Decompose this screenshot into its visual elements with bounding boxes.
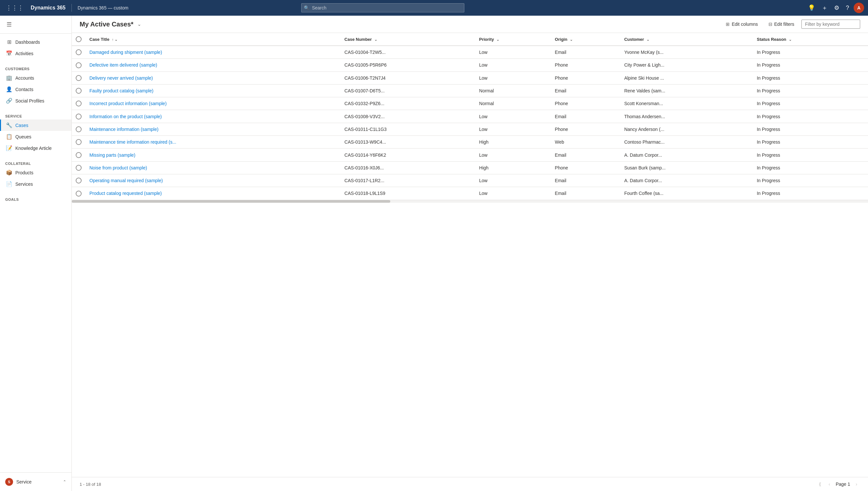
row-checkbox[interactable] <box>76 178 82 183</box>
sidebar-label-dashboards: Dashboards <box>15 39 40 45</box>
content-title-group: My Active Cases* ⌄ <box>80 20 143 28</box>
cell-status-reason: In Progress <box>753 174 868 187</box>
sidebar-item-dashboards[interactable]: ⊞ Dashboards <box>0 36 71 48</box>
cell-status-reason: In Progress <box>753 71 868 84</box>
services-icon: 📄 <box>6 181 12 187</box>
row-checkbox[interactable] <box>76 191 82 197</box>
table-row[interactable]: Defective item delivered (sample) CAS-01… <box>72 59 868 71</box>
row-checkbox[interactable] <box>76 165 82 171</box>
filter-keyword-input[interactable] <box>802 20 860 29</box>
table-row[interactable]: Maintenance information (sample) CAS-010… <box>72 123 868 136</box>
col-case-title-label: Case Title <box>89 37 109 42</box>
cell-customer: Scott Konersman... <box>620 97 753 110</box>
cell-case-number: CAS-01013-W9C4... <box>341 136 475 148</box>
sidebar-item-cases[interactable]: 🔧 Cases <box>0 119 71 131</box>
sidebar-label-services: Services <box>15 181 33 187</box>
col-priority[interactable]: Priority ⌄ <box>475 33 551 46</box>
sidebar-bottom-service[interactable]: S Service ⌃ <box>0 475 71 488</box>
cell-origin: Phone <box>551 161 620 174</box>
sidebar-menu-button[interactable]: ☰ <box>5 20 13 29</box>
sidebar-item-knowledge-article[interactable]: 📝 Knowledge Article <box>0 142 71 154</box>
row-checkbox-cell[interactable] <box>72 136 86 148</box>
table-row[interactable]: Product catalog requested (sample) CAS-0… <box>72 187 868 200</box>
sidebar-item-products[interactable]: 📦 Products <box>0 167 71 178</box>
cell-customer: Nancy Anderson (... <box>620 123 753 136</box>
scroll-thumb[interactable] <box>72 200 390 203</box>
user-avatar[interactable]: A <box>854 3 864 13</box>
row-checkbox-cell[interactable] <box>72 97 86 110</box>
table-row[interactable]: Incorrect product information (sample) C… <box>72 97 868 110</box>
cell-customer: Contoso Pharmac... <box>620 136 753 148</box>
row-checkbox[interactable] <box>76 75 82 81</box>
sidebar-item-contacts[interactable]: 👤 Contacts <box>0 84 71 95</box>
col-status-reason[interactable]: Status Reason ⌄ <box>753 33 868 46</box>
table-header: Case Title ↑ ⌄ Case Number ⌄ Priority ⌄ <box>72 33 868 46</box>
table-footer: 1 - 18 of 18 ⟪ ‹ Page 1 › <box>72 477 868 491</box>
horizontal-scrollbar[interactable] <box>72 200 868 203</box>
lightbulb-icon-button[interactable]: 💡 <box>806 2 817 13</box>
row-checkbox-cell[interactable] <box>72 59 86 71</box>
row-checkbox-cell[interactable] <box>72 187 86 200</box>
sidebar-item-activities[interactable]: 📅 Activities <box>0 48 71 59</box>
sidebar-section-customers: Customers 🏢 Accounts 👤 Contacts 🔗 Social… <box>0 62 71 109</box>
table-row[interactable]: Faulty product catalog (sample) CAS-0100… <box>72 84 868 97</box>
row-checkbox-cell[interactable] <box>72 174 86 187</box>
sidebar-item-social-profiles[interactable]: 🔗 Social Profiles <box>0 95 71 107</box>
cell-case-title: Maintenance time information required (s… <box>86 136 341 148</box>
content-title-row: My Active Cases* ⌄ ⊞ Edit columns ⊟ Edit… <box>80 20 860 33</box>
add-icon-button[interactable]: ＋ <box>820 2 830 14</box>
row-checkbox-cell[interactable] <box>72 46 86 59</box>
col-case-title[interactable]: Case Title ↑ ⌄ <box>86 33 341 46</box>
sidebar-section-goals: Goals <box>0 192 71 205</box>
table-row[interactable]: Maintenance time information required (s… <box>72 136 868 148</box>
edit-filters-button[interactable]: ⊟ Edit filters <box>765 20 798 29</box>
page-title: My Active Cases* <box>80 21 133 28</box>
help-icon-button[interactable]: ? <box>844 3 851 13</box>
cell-case-title: Information on the product (sample) <box>86 110 341 123</box>
row-checkbox[interactable] <box>76 114 82 119</box>
row-checkbox-cell[interactable] <box>72 123 86 136</box>
row-checkbox[interactable] <box>76 49 82 55</box>
cell-status-reason: In Progress <box>753 97 868 110</box>
table-row[interactable]: Damaged during shipment (sample) CAS-010… <box>72 46 868 59</box>
table-row[interactable]: Delivery never arrived (sample) CAS-0100… <box>72 71 868 84</box>
cell-origin: Email <box>551 46 620 59</box>
cell-customer: City Power & Ligh... <box>620 59 753 71</box>
row-checkbox[interactable] <box>76 139 82 145</box>
next-page-button[interactable]: › <box>853 480 860 488</box>
title-dropdown-button[interactable]: ⌄ <box>136 20 143 28</box>
table-row[interactable]: Missing parts (sample) CAS-01014-Y6F6K2 … <box>72 148 868 161</box>
select-all-checkbox[interactable] <box>76 36 82 42</box>
table-row[interactable]: Information on the product (sample) CAS-… <box>72 110 868 123</box>
table-row[interactable]: Noise from product (sample) CAS-01016-X0… <box>72 161 868 174</box>
row-checkbox-cell[interactable] <box>72 71 86 84</box>
cell-priority: Normal <box>475 97 551 110</box>
search-icon: 🔍 <box>304 5 309 10</box>
row-checkbox-cell[interactable] <box>72 148 86 161</box>
table-row[interactable]: Operating manual required (sample) CAS-0… <box>72 174 868 187</box>
first-page-button[interactable]: ⟪ <box>816 480 824 488</box>
cell-origin: Email <box>551 110 620 123</box>
sidebar-item-services[interactable]: 📄 Services <box>0 178 71 190</box>
prev-page-button[interactable]: ‹ <box>826 480 833 488</box>
row-checkbox-cell[interactable] <box>72 161 86 174</box>
row-checkbox[interactable] <box>76 152 82 158</box>
global-search-input[interactable] <box>301 3 465 12</box>
col-customer[interactable]: Customer ⌄ <box>620 33 753 46</box>
section-label-service: Service <box>0 112 71 119</box>
row-checkbox[interactable] <box>76 126 82 132</box>
select-all-header[interactable] <box>72 33 86 46</box>
row-checkbox[interactable] <box>76 88 82 94</box>
col-case-number[interactable]: Case Number ⌄ <box>341 33 475 46</box>
row-checkbox[interactable] <box>76 62 82 68</box>
sidebar-item-queues[interactable]: 📋 Queues <box>0 131 71 142</box>
row-checkbox-cell[interactable] <box>72 84 86 97</box>
settings-icon-button[interactable]: ⚙ <box>832 2 841 13</box>
row-checkbox[interactable] <box>76 100 82 107</box>
top-navigation: ⋮⋮⋮ Dynamics 365 Dynamics 365 — custom 🔍… <box>0 0 868 16</box>
app-grid-icon[interactable]: ⋮⋮⋮ <box>4 2 26 13</box>
row-checkbox-cell[interactable] <box>72 110 86 123</box>
col-origin[interactable]: Origin ⌄ <box>551 33 620 46</box>
sidebar-item-accounts[interactable]: 🏢 Accounts <box>0 72 71 84</box>
edit-columns-button[interactable]: ⊞ Edit columns <box>722 20 761 29</box>
